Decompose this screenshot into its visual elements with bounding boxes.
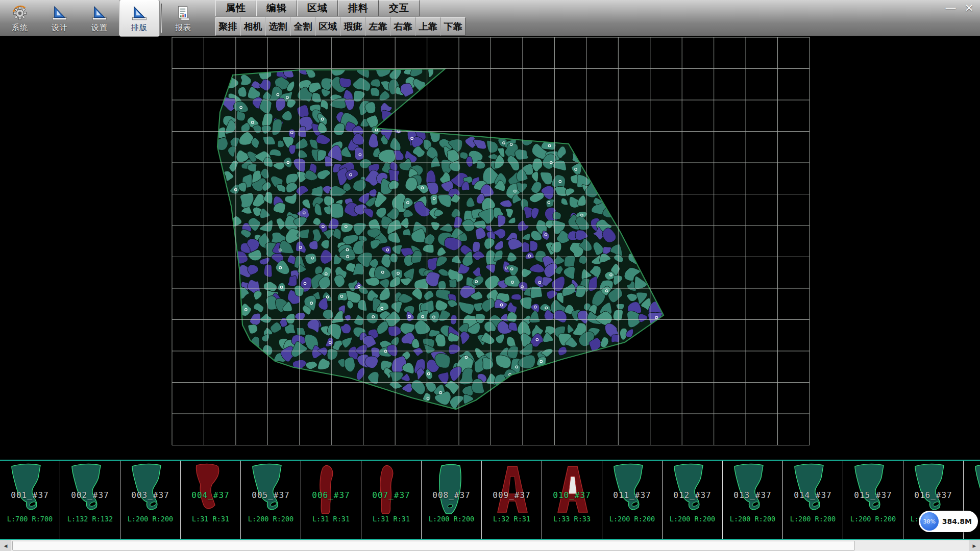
piece-thumbnail-004_#37[interactable]: 004_#37L:31 R:31 (181, 461, 241, 539)
scroll-right-button[interactable]: ▶ (969, 540, 980, 551)
nested-piece[interactable] (371, 79, 380, 87)
piece-shape (246, 462, 297, 516)
nested-piece[interactable] (511, 294, 522, 300)
nested-piece[interactable] (330, 203, 344, 218)
nested-piece[interactable] (603, 208, 614, 217)
piece-thumbnail-015_#37[interactable]: 015_#37L:200 R:200 (843, 461, 903, 539)
nested-piece[interactable] (238, 87, 247, 97)
tool-camera-button[interactable]: 相机 (240, 17, 265, 36)
nested-piece[interactable] (339, 78, 351, 87)
piece-name-label: 007_#37 (361, 490, 421, 500)
memory-progress-badge[interactable]: 38% 384.8M (919, 511, 978, 532)
piece-lr-label: L:31 R:31 (301, 515, 361, 523)
nested-piece[interactable] (403, 229, 411, 235)
nested-piece[interactable] (438, 281, 446, 290)
tool-snap-left-button[interactable]: 左靠 (365, 17, 390, 36)
piece-thumbnail-003_#37[interactable]: 003_#37L:200 R:200 (120, 461, 181, 539)
canvas-area[interactable] (0, 36, 980, 460)
tool-full-cut-button[interactable]: 全割 (290, 17, 315, 36)
piece-thumbnail-013_#37[interactable]: 013_#37L:200 R:200 (723, 461, 783, 539)
nested-piece[interactable] (435, 334, 446, 347)
tool-snap-right-button[interactable]: 右靠 (390, 17, 415, 36)
tool-cluster-nest-button[interactable]: 聚排 (215, 17, 240, 36)
nested-piece[interactable] (323, 309, 333, 319)
piece-name-label: 014_#37 (783, 490, 843, 500)
piece-shape (788, 462, 839, 516)
piece-shape (366, 462, 417, 516)
piece-thumbnail-005_#37[interactable]: 005_#37L:200 R:200 (241, 461, 301, 539)
nested-piece[interactable] (449, 280, 457, 288)
piece-shape (185, 462, 236, 516)
piece-thumbnail-014_#37[interactable]: 014_#37L:200 R:200 (783, 461, 843, 539)
piece-name-label: 008_#37 (422, 490, 481, 500)
close-button[interactable]: × (965, 1, 974, 14)
piece-thumbnail-012_#37[interactable]: 012_#37L:200 R:200 (663, 461, 723, 539)
nested-piece[interactable] (564, 256, 575, 268)
piece-lr-label: L:700 R:700 (0, 515, 60, 523)
menu-tab-properties[interactable]: 属性 (215, 0, 256, 16)
piece-thumbnail-011_#37[interactable]: 011_#37L:200 R:200 (602, 461, 663, 539)
piece-thumbnail-009_#37[interactable]: 009_#37L:32 R:31 (482, 461, 542, 539)
nav-report-button[interactable]: 报表 (163, 0, 203, 36)
piece-shape (426, 462, 477, 516)
piece-shape (65, 462, 116, 516)
nested-piece[interactable] (472, 379, 484, 393)
window-controls: — × (945, 1, 974, 14)
piece-thumbnail-010_#37[interactable]: 010_#37L:33 R:33 (542, 461, 602, 539)
tool-defect-button[interactable]: 瑕疵 (340, 17, 365, 36)
piece-shape (5, 462, 56, 516)
piece-lr-label: L:200 R:200 (663, 515, 722, 523)
piece-lr-label: L:200 R:200 (783, 515, 843, 523)
tool-snap-top-button[interactable]: 上靠 (415, 17, 440, 36)
nested-piece[interactable] (389, 169, 400, 182)
memory-label: 384.8M (942, 517, 972, 525)
nav-nesting-button[interactable]: 排版 (119, 0, 159, 36)
horizontal-scrollbar[interactable]: ◀ ▶ (0, 540, 980, 551)
tool-region-button[interactable]: 区域 (315, 17, 340, 36)
nested-piece[interactable] (283, 67, 293, 78)
menu-tab-material[interactable]: 排料 (338, 0, 379, 16)
progress-percent-label: 38% (923, 518, 936, 525)
menu-tab-region[interactable]: 区域 (297, 0, 338, 16)
piece-thumbnail-001_#37[interactable]: 001_#37L:700 R:700 (0, 461, 60, 539)
piece-shape (125, 462, 176, 516)
piece-thumbnail-008_#37[interactable]: 008_#37L:200 R:200 (422, 461, 482, 539)
piece-name-label: 004_#37 (181, 490, 240, 500)
nested-piece[interactable] (389, 253, 398, 263)
piece-thumbnail-002_#37[interactable]: 002_#37L:132 R:132 (60, 461, 120, 539)
tool-snap-bottom-button[interactable]: 下靠 (440, 17, 465, 36)
minimize-button[interactable]: — (945, 1, 957, 14)
piece-shape (848, 462, 899, 516)
nested-piece[interactable] (305, 254, 317, 264)
scroll-thumb[interactable] (12, 541, 855, 550)
nested-piece[interactable] (248, 324, 258, 334)
piece-shape (306, 462, 357, 516)
piece-thumbnail-006_#37[interactable]: 006_#37L:31 R:31 (301, 461, 361, 539)
piece-shape (968, 462, 980, 516)
scroll-left-button[interactable]: ◀ (0, 540, 11, 551)
toolbar-separator (161, 4, 162, 33)
tool-select-cut-button[interactable]: 选割 (265, 17, 290, 36)
piece-lr-label: L:31 R:31 (181, 515, 240, 523)
nav-system-button[interactable]: 系统 (0, 0, 40, 36)
nested-piece[interactable] (515, 149, 529, 160)
piece-name-label: 001_#37 (0, 490, 60, 500)
nested-piece[interactable] (613, 310, 623, 321)
menu-tab-interaction[interactable]: 交互 (379, 0, 420, 16)
nested-piece[interactable] (210, 137, 228, 150)
piece-thumbnail-007_#37[interactable]: 007_#37L:31 R:31 (361, 461, 422, 539)
nav-settings-button[interactable]: 设置 (80, 0, 119, 36)
scroll-track[interactable] (11, 540, 969, 551)
menu-tab-edit[interactable]: 编辑 (256, 0, 297, 16)
nested-piece[interactable] (278, 140, 284, 147)
nav-design-button[interactable]: 设计 (40, 0, 80, 36)
top-toolbar: 系统设计设置排版报表 属性编辑区域排料交互 聚排相机选割全割区域瑕疵左靠右靠上靠… (0, 0, 980, 36)
report-icon (175, 5, 192, 22)
piece-shape (908, 462, 959, 516)
nested-piece[interactable] (264, 264, 272, 277)
piece-lr-label: L:32 R:31 (482, 515, 542, 523)
nested-piece[interactable] (530, 241, 538, 252)
nested-piece[interactable] (508, 322, 518, 331)
piece-lr-label: L:200 R:200 (120, 515, 180, 523)
nesting-canvas[interactable] (0, 36, 980, 460)
